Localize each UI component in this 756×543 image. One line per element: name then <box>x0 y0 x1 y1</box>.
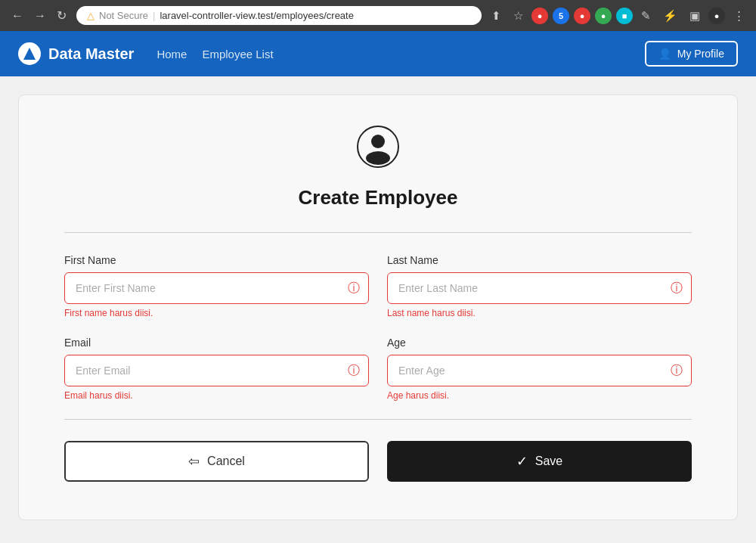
form-group-last-name: Last Name ⓘ Last name harus diisi. <box>387 254 692 318</box>
save-button[interactable]: ✓ Save <box>387 441 692 482</box>
last-name-input-wrapper: ⓘ <box>387 272 692 304</box>
form-card: Create Employee First Name ⓘ First name … <box>18 95 738 520</box>
email-label: Email <box>64 337 369 349</box>
first-name-error-icon: ⓘ <box>348 281 360 296</box>
browser-actions: ⬆ ☆ ● 5 ● ● ■ ✎ ⚡ ▣ ● ⋮ <box>488 7 748 25</box>
cancel-label: Cancel <box>207 455 245 468</box>
address-bar[interactable]: △ Not Secure | laravel-controller-view.t… <box>76 6 482 25</box>
email-error: Email harus diisi. <box>64 390 369 401</box>
form-row-email-age: Email ⓘ Email harus diisi. Age ⓘ Age har… <box>64 337 692 401</box>
age-label: Age <box>387 337 692 349</box>
menu-button[interactable]: ⋮ <box>730 7 748 25</box>
window-button[interactable]: ▣ <box>686 7 704 25</box>
last-name-error: Last name harus diisi. <box>387 308 692 318</box>
email-error-icon: ⓘ <box>348 363 360 379</box>
forward-button[interactable]: → <box>30 8 50 24</box>
reload-button[interactable]: ↻ <box>53 7 70 24</box>
form-divider-bottom <box>64 419 692 420</box>
form-header: Create Employee <box>64 126 692 209</box>
navbar-links: Home Employee List <box>156 48 644 61</box>
age-input[interactable] <box>387 355 692 386</box>
form-actions: ⇦ Cancel ✓ Save <box>64 441 692 482</box>
brand-name: Data Master <box>48 45 134 63</box>
warning-icon: △ <box>87 10 94 21</box>
form-title: Create Employee <box>64 186 692 209</box>
email-input-wrapper: ⓘ <box>64 355 369 386</box>
form-row-name: First Name ⓘ First name harus diisi. Las… <box>64 254 692 318</box>
form-divider-top <box>64 232 692 233</box>
age-error-icon: ⓘ <box>671 363 683 379</box>
cancel-icon: ⇦ <box>188 453 200 470</box>
extension-badge-2: 5 <box>553 8 569 24</box>
separator: | <box>153 10 155 21</box>
form-group-first-name: First Name ⓘ First name harus diisi. <box>64 254 369 318</box>
brand-icon <box>18 42 41 65</box>
email-input[interactable] <box>64 355 369 386</box>
last-name-error-icon: ⓘ <box>671 281 683 296</box>
nav-link-employee-list[interactable]: Employee List <box>202 48 273 61</box>
profile-badge: ● <box>708 8 725 24</box>
bookmark-button[interactable]: ☆ <box>510 7 527 25</box>
age-input-wrapper: ⓘ <box>387 355 692 386</box>
svg-point-2 <box>366 151 390 165</box>
pencil-button[interactable]: ✎ <box>637 7 655 25</box>
first-name-input-wrapper: ⓘ <box>64 272 369 304</box>
svg-point-1 <box>371 135 385 148</box>
app-navbar: Data Master Home Employee List 👤 My Prof… <box>0 31 756 76</box>
save-label: Save <box>535 455 562 468</box>
extension-badge-5: ■ <box>616 8 633 24</box>
first-name-label: First Name <box>64 254 369 266</box>
nav-link-home[interactable]: Home <box>156 48 187 61</box>
puzzle-button[interactable]: ⚡ <box>659 7 681 25</box>
profile-icon: 👤 <box>658 48 671 60</box>
browser-chrome: ← → ↻ △ Not Secure | laravel-controller-… <box>0 0 756 31</box>
form-group-email: Email ⓘ Email harus diisi. <box>64 337 369 401</box>
browser-nav: ← → ↻ <box>8 7 70 24</box>
form-group-age: Age ⓘ Age harus diisi. <box>387 337 692 401</box>
save-icon: ✓ <box>516 453 528 470</box>
navbar-brand: Data Master <box>18 42 134 65</box>
not-secure-label: Not Secure <box>99 10 148 21</box>
share-button[interactable]: ⬆ <box>488 7 505 25</box>
extension-badge-1: ● <box>531 8 548 24</box>
last-name-input[interactable] <box>387 272 692 304</box>
cancel-button[interactable]: ⇦ Cancel <box>64 441 369 482</box>
last-name-label: Last Name <box>387 254 692 266</box>
profile-button-label: My Profile <box>677 48 724 60</box>
brand-icon-inner <box>23 48 36 60</box>
main-content: Create Employee First Name ⓘ First name … <box>0 76 756 542</box>
first-name-error: First name harus diisi. <box>64 308 369 318</box>
user-avatar-icon <box>64 126 692 177</box>
url-text: laravel-controller-view.test/employees/c… <box>160 10 354 21</box>
back-button[interactable]: ← <box>8 8 27 24</box>
my-profile-button[interactable]: 👤 My Profile <box>645 41 738 67</box>
first-name-input[interactable] <box>64 272 369 304</box>
extension-badge-4: ● <box>595 8 612 24</box>
extension-badge-3: ● <box>574 8 590 24</box>
age-error: Age harus diisi. <box>387 390 692 401</box>
